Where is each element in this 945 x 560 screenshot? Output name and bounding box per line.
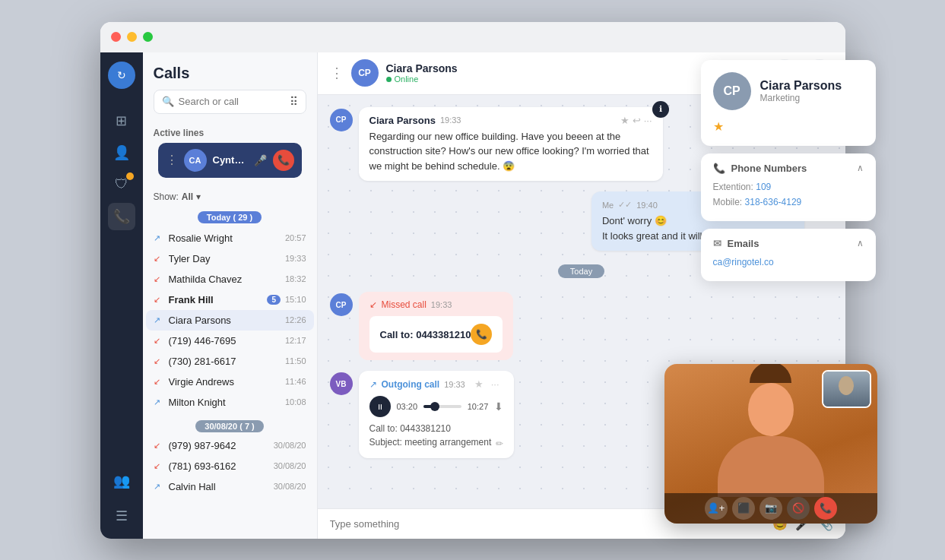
- missed-call-time: 19:33: [431, 300, 452, 309]
- mobile-row: Mobile: 318-636-4129: [713, 197, 864, 207]
- unread-badge: 5: [267, 295, 281, 305]
- more-icon[interactable]: ···: [491, 378, 499, 390]
- call-name: (730) 281-6617: [169, 356, 281, 367]
- chevron-up-icon[interactable]: ∧: [857, 238, 864, 248]
- call-name: Frank Hill: [169, 294, 260, 305]
- extension-row: Extention: 109: [713, 182, 864, 192]
- nav-phone-icon[interactable]: 📞: [108, 203, 135, 230]
- end-call-button[interactable]: 📞: [273, 150, 294, 171]
- call-item-730[interactable]: ↙ (730) 281-6617 11:50: [146, 351, 314, 372]
- mic-icon[interactable]: 🎤: [254, 154, 267, 166]
- search-input[interactable]: [179, 96, 285, 107]
- show-filter[interactable]: Show: All ▾: [143, 184, 317, 205]
- missed-call-bubble: ↙ Missed call 19:33 Call to: 0443381210 …: [359, 292, 514, 360]
- call-item-calvin[interactable]: ↗ Calvin Hall 30/08/20: [146, 476, 314, 497]
- sidebar-title: Calls: [154, 65, 306, 82]
- dialpad-icon[interactable]: ⠿: [290, 95, 298, 109]
- audio-progress-thumb: [430, 402, 439, 411]
- missed-call-header: ↙ Missed call 19:33: [369, 299, 503, 310]
- extension-link[interactable]: 109: [756, 182, 771, 192]
- call-item-virgie[interactable]: ↙ Virgie Andrews 11:46: [146, 372, 314, 392]
- call-time: 20:57: [285, 233, 306, 242]
- call-item-milton[interactable]: ↗ Milton Knight 10:08: [146, 392, 314, 413]
- minimize-button[interactable]: [127, 32, 137, 42]
- call-time: 30/08/20: [274, 441, 306, 450]
- contact-star-icon[interactable]: ★: [713, 119, 724, 134]
- nav-grid-icon[interactable]: ⊞: [108, 107, 135, 134]
- search-icon: 🔍: [162, 96, 174, 107]
- contact-department: Marketing: [760, 93, 842, 103]
- pip-person: [823, 372, 870, 407]
- email-row: ca@ringotel.co: [713, 257, 864, 267]
- sidebar-header: Calls 🔍 ⠿: [143, 52, 317, 120]
- call-item-rosalie[interactable]: ↗ Rosalie Wright 20:57: [146, 228, 314, 248]
- call-time: 12:26: [285, 315, 306, 324]
- call-item-ciara[interactable]: ↗ Ciara Parsons 12:26: [146, 310, 314, 331]
- call-item-781[interactable]: ↙ (781) 693-6162 30/08/20: [146, 456, 314, 476]
- filter-value: All: [182, 191, 193, 202]
- download-icon[interactable]: ⬇: [494, 400, 503, 413]
- screen-share-button[interactable]: ⬛: [732, 497, 755, 520]
- outgoing-call-header: ↗ Outgoing call 19:33 ★ ···: [369, 378, 504, 390]
- mute-button[interactable]: 🚫: [787, 497, 810, 520]
- missed-arrow-icon: ↙: [154, 461, 164, 471]
- nav-contacts-icon[interactable]: 👥: [108, 467, 135, 495]
- audio-progress-bar[interactable]: [423, 405, 461, 408]
- call-item-frank[interactable]: ↙ Frank Hill 5 15:10: [146, 289, 314, 310]
- call-time: 30/08/20: [274, 461, 306, 470]
- play-pause-button[interactable]: ⏸: [369, 396, 391, 417]
- outgoing-arrow-icon: ↗: [154, 397, 164, 407]
- call-item-979[interactable]: ↙ (979) 987-9642 30/08/20: [146, 435, 314, 456]
- video-person: [710, 364, 832, 497]
- call-back-button[interactable]: 📞: [471, 324, 492, 345]
- active-call-dots-icon[interactable]: ⋮: [166, 153, 178, 167]
- camera-toggle-button[interactable]: 📷: [759, 497, 782, 520]
- nav-shield-icon[interactable]: 🛡: [108, 171, 135, 198]
- info-badge[interactable]: ℹ: [652, 101, 669, 118]
- nav-menu-icon[interactable]: ☰: [108, 502, 135, 530]
- mobile-link[interactable]: 318-636-4129: [745, 197, 802, 207]
- today-pill: Today: [558, 264, 604, 278]
- maximize-button[interactable]: [143, 32, 153, 42]
- message-sender: Ciara Parsons: [369, 115, 436, 126]
- call-item-mathilda[interactable]: ↙ Mathilda Chavez 18:32: [146, 269, 314, 289]
- chat-options-icon[interactable]: ⋮: [330, 65, 344, 81]
- call-name: (719) 446-7695: [169, 335, 281, 346]
- aug30-badge: 30/08/20 ( 7 ): [157, 419, 303, 432]
- body-shape: [718, 436, 824, 497]
- contact-full-name: Ciara Parsons: [760, 79, 842, 93]
- missed-arrow-icon: ↙: [154, 336, 164, 346]
- call-item-719[interactable]: ↙ (719) 446-7695 12:17: [146, 331, 314, 351]
- email-link[interactable]: ca@ringotel.co: [713, 257, 774, 267]
- email-icon: ✉: [713, 238, 721, 249]
- call-item-tyler[interactable]: ↙ Tyler Day 19:33: [146, 248, 314, 269]
- active-lines-label: Active lines: [143, 120, 317, 143]
- chevron-up-icon[interactable]: ∧: [857, 163, 864, 173]
- phone-icon: 📞: [713, 163, 725, 174]
- message-time: 19:33: [440, 115, 461, 125]
- check-icon: ✓✓: [618, 200, 632, 210]
- add-participant-button[interactable]: 👤+: [705, 497, 728, 520]
- star-icon[interactable]: ★: [474, 378, 484, 390]
- outgoing-call-label: Outgoing call: [382, 379, 440, 390]
- active-call-item[interactable]: ⋮ CA Cynthia Ande... 🎤 📞: [158, 143, 302, 178]
- star-action-icon[interactable]: ★: [620, 115, 629, 126]
- missed-arrow-icon: ↙: [369, 299, 377, 310]
- nav-person-icon[interactable]: 👤: [108, 139, 135, 166]
- end-video-call-button[interactable]: 📞: [814, 497, 837, 520]
- status-dot: [386, 77, 392, 82]
- reply-action-icon[interactable]: ↩: [633, 115, 641, 126]
- hair-shape: [750, 364, 791, 383]
- close-button[interactable]: [111, 32, 121, 42]
- more-action-icon[interactable]: ···: [644, 115, 652, 126]
- call-time: 18:32: [285, 274, 306, 283]
- nav-logo[interactable]: ↻: [108, 62, 135, 89]
- outgoing-arrow-icon: ↗: [154, 482, 164, 492]
- outgoing-arrow-icon: ↗: [154, 315, 164, 325]
- call-to-button[interactable]: Call to: 0443381210 📞: [369, 316, 503, 353]
- message-time-me: 19:40: [636, 201, 658, 210]
- edit-icon[interactable]: ✏: [496, 438, 503, 449]
- search-bar[interactable]: 🔍 ⠿: [154, 90, 306, 114]
- call-time: 15:10: [285, 295, 306, 304]
- call-name: Mathilda Chavez: [169, 274, 281, 285]
